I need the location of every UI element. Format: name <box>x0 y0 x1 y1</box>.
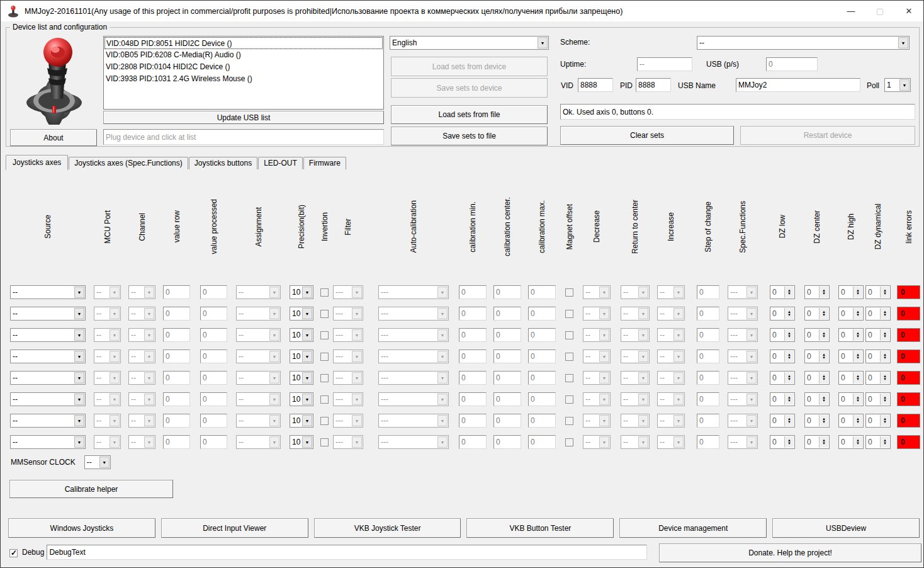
update-usb-list-button[interactable]: Update USB list <box>103 111 384 124</box>
plug-device-input[interactable]: Plug device and click at list <box>103 129 384 145</box>
dz-high-stepper[interactable]: 0▲▼ <box>838 392 864 406</box>
spinner-arrows-icon[interactable]: ▲▼ <box>853 415 862 426</box>
spinner-arrows-icon[interactable]: ▲▼ <box>853 394 862 405</box>
precision-select[interactable]: 10▼ <box>290 392 313 406</box>
mmsensor-clock-select[interactable]: -- ▼ <box>84 455 111 469</box>
dz-center-stepper[interactable]: 0▲▼ <box>804 328 830 342</box>
source-select[interactable]: --▼ <box>10 307 86 321</box>
spinner-arrows-icon[interactable]: ▲▼ <box>784 329 794 341</box>
spinner-arrows-icon[interactable]: ▲▼ <box>880 372 889 383</box>
donate-button[interactable]: Donate. Help the project! <box>659 543 921 562</box>
vid-field[interactable]: 8888 <box>578 78 613 92</box>
dz-dynamical-stepper[interactable]: 0▲▼ <box>865 392 891 406</box>
spinner-arrows-icon[interactable]: ▲▼ <box>819 351 828 362</box>
dz-high-stepper[interactable]: 0▲▼ <box>838 349 864 363</box>
debug-checkbox[interactable] <box>9 549 18 557</box>
dz-center-stepper[interactable]: 0▲▼ <box>804 414 830 428</box>
dz-high-stepper[interactable]: 0▲▼ <box>838 328 864 342</box>
spinner-arrows-icon[interactable]: ▲▼ <box>784 436 794 448</box>
spinner-arrows-icon[interactable]: ▲▼ <box>819 329 828 341</box>
dz-dynamical-stepper[interactable]: 0▲▼ <box>865 435 891 449</box>
dz-dynamical-stepper[interactable]: 0▲▼ <box>865 307 891 321</box>
clear-sets-button[interactable]: Clear sets <box>560 126 734 145</box>
dz-high-stepper[interactable]: 0▲▼ <box>838 414 864 428</box>
spinner-arrows-icon[interactable]: ▲▼ <box>880 329 889 341</box>
windows-joysticks-button[interactable]: Windows Joysticks <box>8 518 155 538</box>
dz-low-stepper[interactable]: 0▲▼ <box>770 371 795 385</box>
load-sets-from-file-button[interactable]: Load sets from file <box>391 105 548 124</box>
dz-low-stepper[interactable]: 0▲▼ <box>770 285 795 299</box>
spinner-arrows-icon[interactable]: ▲▼ <box>853 351 862 362</box>
dz-high-stepper[interactable]: 0▲▼ <box>838 371 864 385</box>
source-select[interactable]: --▼ <box>10 371 86 385</box>
dz-center-stepper[interactable]: 0▲▼ <box>804 435 830 449</box>
precision-select[interactable]: 10▼ <box>290 371 313 385</box>
spinner-arrows-icon[interactable]: ▲▼ <box>784 415 794 426</box>
debug-text-input[interactable]: DebugText <box>47 545 647 560</box>
scheme-select[interactable]: -- ▼ <box>697 36 910 50</box>
dz-center-stepper[interactable]: 0▲▼ <box>804 349 830 363</box>
spinner-arrows-icon[interactable]: ▲▼ <box>880 394 889 405</box>
spinner-arrows-icon[interactable]: ▲▼ <box>880 308 889 319</box>
list-item-device[interactable]: VID:0B05 PID:6208 C-Media(R) Audio () <box>104 49 383 61</box>
source-select[interactable]: --▼ <box>10 414 86 428</box>
calibrate-helper-button[interactable]: Calibrate helper <box>9 480 173 498</box>
dz-dynamical-stepper[interactable]: 0▲▼ <box>865 285 891 299</box>
dz-low-stepper[interactable]: 0▲▼ <box>770 435 795 449</box>
source-select[interactable]: --▼ <box>10 328 86 342</box>
usb-device-list[interactable]: VID:048D PID:8051 HIDI2C Device () VID:0… <box>103 36 384 110</box>
dz-low-stepper[interactable]: 0▲▼ <box>770 328 795 342</box>
spinner-arrows-icon[interactable]: ▲▼ <box>853 436 862 448</box>
dz-low-stepper[interactable]: 0▲▼ <box>770 414 795 428</box>
precision-select[interactable]: 10▼ <box>290 414 313 428</box>
spinner-arrows-icon[interactable]: ▲▼ <box>853 372 862 383</box>
vkb-button-tester-button[interactable]: VKB Button Tester <box>466 518 614 538</box>
precision-select[interactable]: 10▼ <box>290 285 313 299</box>
close-icon[interactable]: ✕ <box>894 1 923 22</box>
precision-select[interactable]: 10▼ <box>290 307 313 321</box>
about-button[interactable]: About <box>10 129 97 146</box>
spinner-arrows-icon[interactable]: ▲▼ <box>819 287 828 298</box>
dz-center-stepper[interactable]: 0▲▼ <box>804 285 830 299</box>
spinner-arrows-icon[interactable]: ▲▼ <box>784 308 794 319</box>
source-select[interactable]: --▼ <box>10 285 86 299</box>
dz-dynamical-stepper[interactable]: 0▲▼ <box>865 371 891 385</box>
list-item-device[interactable]: VID:3938 PID:1031 2.4G Wireless Mouse () <box>104 73 383 85</box>
spinner-arrows-icon[interactable]: ▲▼ <box>853 329 862 341</box>
spinner-arrows-icon[interactable]: ▲▼ <box>880 436 889 448</box>
list-item-device[interactable]: VID:2808 PID:0104 HIDI2C Device () <box>104 61 383 73</box>
dz-high-stepper[interactable]: 0▲▼ <box>838 435 864 449</box>
spinner-arrows-icon[interactable]: ▲▼ <box>853 287 862 298</box>
spinner-arrows-icon[interactable]: ▲▼ <box>784 372 794 383</box>
usbdeview-button[interactable]: USBDeview <box>772 518 920 538</box>
poll-select[interactable]: 1 ▼ <box>884 78 911 92</box>
precision-select[interactable]: 10▼ <box>290 349 313 363</box>
source-select[interactable]: --▼ <box>10 349 86 363</box>
dz-center-stepper[interactable]: 0▲▼ <box>804 371 830 385</box>
minimize-icon[interactable]: — <box>837 1 865 22</box>
spinner-arrows-icon[interactable]: ▲▼ <box>880 287 889 298</box>
device-management-button[interactable]: Device management <box>619 518 767 538</box>
spinner-arrows-icon[interactable]: ▲▼ <box>819 415 828 426</box>
precision-select[interactable]: 10▼ <box>290 435 313 449</box>
dz-dynamical-stepper[interactable]: 0▲▼ <box>865 328 891 342</box>
list-item-device[interactable]: VID:048D PID:8051 HIDI2C Device () <box>104 37 383 49</box>
tab-joysticks-buttons[interactable]: Joysticks buttons <box>189 157 257 169</box>
spinner-arrows-icon[interactable]: ▲▼ <box>784 287 794 298</box>
direct-input-viewer-button[interactable]: Direct Input Viewer <box>161 518 308 538</box>
tab-joysticks-axes[interactable]: Joysticks axes <box>6 155 68 170</box>
maximize-icon[interactable]: ▢ <box>865 1 894 22</box>
dz-low-stepper[interactable]: 0▲▼ <box>770 349 795 363</box>
tab-firmware[interactable]: Firmware <box>303 157 346 169</box>
dz-center-stepper[interactable]: 0▲▼ <box>804 392 830 406</box>
spinner-arrows-icon[interactable]: ▲▼ <box>880 351 889 362</box>
spinner-arrows-icon[interactable]: ▲▼ <box>819 308 828 319</box>
save-sets-to-file-button[interactable]: Save sets to file <box>391 127 548 145</box>
spinner-arrows-icon[interactable]: ▲▼ <box>819 394 828 405</box>
spinner-arrows-icon[interactable]: ▲▼ <box>819 372 828 383</box>
dz-high-stepper[interactable]: 0▲▼ <box>838 285 864 299</box>
spinner-arrows-icon[interactable]: ▲▼ <box>853 308 862 319</box>
spinner-arrows-icon[interactable]: ▲▼ <box>784 351 794 362</box>
vkb-joystick-tester-button[interactable]: VKB Joystick Tester <box>314 518 461 538</box>
dz-center-stepper[interactable]: 0▲▼ <box>804 307 830 321</box>
